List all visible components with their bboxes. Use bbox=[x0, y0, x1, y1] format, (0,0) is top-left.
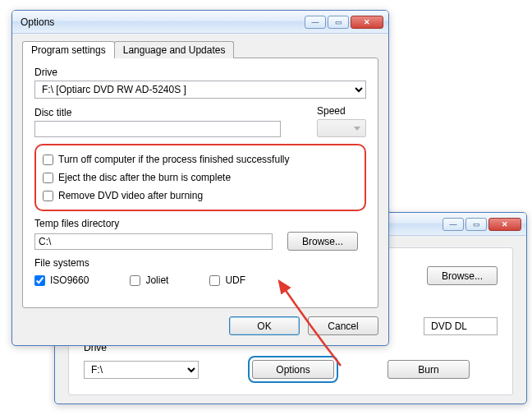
chk-remove-label: Remove DVD video after burning bbox=[58, 190, 203, 201]
checkbox-highlight: Turn off computer if the process finishe… bbox=[34, 144, 366, 211]
chk-iso[interactable]: ISO9660 bbox=[34, 271, 89, 289]
chk-turnoff[interactable]: Turn off computer if the process finishe… bbox=[43, 150, 358, 168]
bg-window-buttons: — ▭ ✕ bbox=[443, 218, 521, 231]
temp-label: Temp files directory bbox=[34, 218, 366, 229]
chk-udf-box[interactable] bbox=[209, 275, 220, 286]
options-button[interactable]: Options bbox=[252, 360, 334, 379]
cancel-button[interactable]: Cancel bbox=[308, 316, 378, 335]
chk-joliet-box[interactable] bbox=[130, 275, 140, 286]
chk-remove[interactable]: Remove DVD video after burning bbox=[43, 187, 358, 205]
ok-button[interactable]: OK bbox=[229, 316, 300, 335]
burn-button[interactable]: Burn bbox=[388, 360, 470, 379]
options-highlight: Options bbox=[248, 356, 338, 383]
chk-eject[interactable]: Eject the disc after the burn is complet… bbox=[43, 168, 358, 187]
options-client: Program settings Language and Updates Dr… bbox=[12, 34, 388, 345]
chk-iso-label: ISO9660 bbox=[50, 274, 89, 286]
tab-language-updates[interactable]: Language and Updates bbox=[114, 41, 235, 58]
chk-turnoff-label: Turn off computer if the process finishe… bbox=[58, 154, 289, 165]
tab-program-settings[interactable]: Program settings bbox=[22, 41, 115, 58]
dialog-buttons: OK Cancel bbox=[22, 316, 378, 335]
chk-remove-box[interactable] bbox=[43, 191, 53, 201]
chk-joliet-label: Joliet bbox=[145, 274, 168, 286]
chk-joliet[interactable]: Joliet bbox=[130, 271, 168, 289]
chk-eject-label: Eject the disc after the burn is complet… bbox=[58, 172, 231, 183]
options-dialog: Options — ▭ ✕ Program settings Language … bbox=[11, 10, 389, 346]
chk-eject-box[interactable] bbox=[43, 173, 53, 183]
chk-iso-box[interactable] bbox=[34, 275, 45, 286]
disc-title-label: Disc title bbox=[34, 107, 300, 118]
minimize-icon[interactable]: — bbox=[305, 16, 326, 29]
chk-udf[interactable]: UDF bbox=[209, 271, 245, 289]
speed-label: Speed bbox=[317, 105, 366, 117]
maximize-icon[interactable]: ▭ bbox=[466, 218, 487, 231]
drive-select[interactable]: F:\ [Optiarc DVD RW AD-5240S ] bbox=[34, 81, 366, 99]
close-icon[interactable]: ✕ bbox=[351, 16, 383, 29]
disc-type-field[interactable]: DVD DL bbox=[424, 317, 498, 335]
chk-udf-label: UDF bbox=[225, 274, 245, 286]
tabs: Program settings Language and Updates bbox=[22, 41, 378, 58]
speed-select[interactable] bbox=[317, 119, 366, 137]
options-title: Options bbox=[17, 16, 305, 28]
bg-browse-button[interactable]: Browse... bbox=[427, 266, 498, 285]
minimize-icon[interactable]: — bbox=[443, 218, 464, 231]
options-titlebar: Options — ▭ ✕ bbox=[12, 11, 388, 34]
fs-label: File systems bbox=[34, 257, 366, 269]
disc-title-input[interactable] bbox=[34, 121, 281, 137]
close-icon[interactable]: ✕ bbox=[488, 218, 521, 231]
tab-body: Drive F:\ [Optiarc DVD RW AD-5240S ] Dis… bbox=[22, 58, 378, 308]
temp-input[interactable] bbox=[34, 233, 273, 250]
chk-turnoff-box[interactable] bbox=[43, 154, 53, 165]
bg-drive-select[interactable]: F:\ bbox=[84, 361, 199, 379]
drive-label: Drive bbox=[34, 67, 366, 78]
maximize-icon[interactable]: ▭ bbox=[328, 16, 349, 29]
temp-browse-button[interactable]: Browse... bbox=[287, 232, 358, 251]
options-window-buttons: — ▭ ✕ bbox=[305, 16, 383, 29]
